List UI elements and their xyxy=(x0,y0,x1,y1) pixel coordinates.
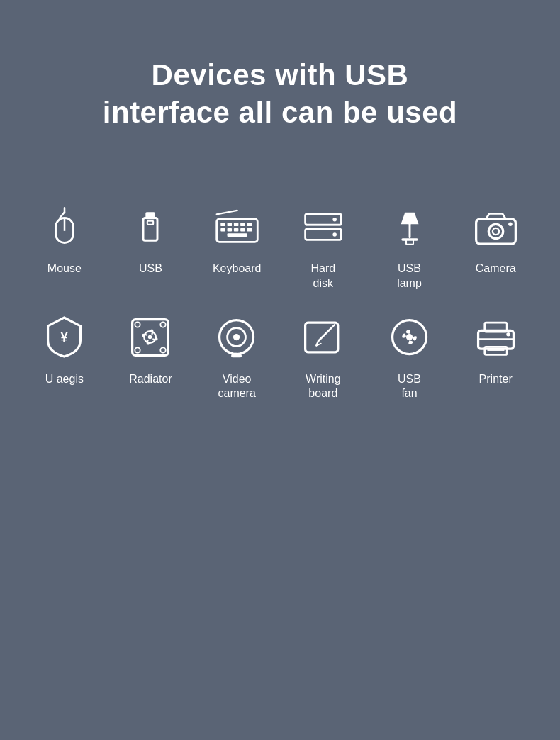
headline-line2: interface all can be used xyxy=(103,96,457,129)
devices-row-1: Mouse USB xyxy=(28,202,532,291)
svg-point-58 xyxy=(506,332,510,337)
svg-point-52 xyxy=(405,334,412,340)
svg-line-49 xyxy=(331,325,335,328)
usb-fan-icon xyxy=(385,313,435,362)
u-aegis-label: U aegis xyxy=(45,372,84,387)
svg-rect-8 xyxy=(220,223,225,226)
page-container: Devices with USB interface all can be us… xyxy=(0,0,560,740)
writing-board-label: Writingboard xyxy=(306,372,341,402)
device-mouse: Mouse xyxy=(28,202,101,291)
camera-label: Camera xyxy=(476,262,516,276)
mouse-icon xyxy=(40,202,89,252)
usb-lamp-label: USBlamp xyxy=(397,262,422,291)
svg-rect-6 xyxy=(147,221,153,225)
camera-icon xyxy=(471,202,520,252)
svg-rect-18 xyxy=(227,233,247,237)
svg-point-23 xyxy=(332,218,337,222)
video-camera-icon xyxy=(212,313,262,362)
hard-disk-icon xyxy=(298,202,348,252)
mouse-label: Mouse xyxy=(47,262,82,276)
svg-point-40 xyxy=(161,347,166,352)
video-camera-label: Videocamera xyxy=(218,372,255,402)
svg-rect-15 xyxy=(234,228,239,231)
device-usb-lamp: USBlamp xyxy=(374,202,446,291)
svg-point-30 xyxy=(488,224,503,238)
svg-rect-14 xyxy=(227,228,232,231)
headline-line1: Devices with USB xyxy=(152,58,409,91)
svg-marker-25 xyxy=(401,212,418,224)
usb-lamp-icon xyxy=(385,202,435,252)
svg-rect-16 xyxy=(240,228,245,231)
printer-label: Printer xyxy=(479,372,513,387)
svg-rect-28 xyxy=(406,240,413,245)
svg-rect-13 xyxy=(220,228,225,231)
usb-fan-label: USBfan xyxy=(398,372,421,402)
svg-point-31 xyxy=(493,228,499,235)
device-usb: USB xyxy=(115,202,187,291)
device-radiator: Radiator xyxy=(115,313,187,402)
keyboard-label: Keyboard xyxy=(213,262,262,276)
device-writing-board: Writingboard xyxy=(287,313,359,402)
usb-label: USB xyxy=(139,262,162,276)
writing-board-icon xyxy=(298,313,348,362)
usb-icon xyxy=(125,202,175,252)
svg-rect-5 xyxy=(146,212,155,219)
svg-point-24 xyxy=(332,232,337,237)
svg-rect-12 xyxy=(247,223,252,226)
device-printer: Printer xyxy=(459,313,532,402)
u-aegis-icon: ¥ xyxy=(40,313,89,362)
devices-row-2: ¥ U aegis xyxy=(28,313,532,402)
svg-line-19 xyxy=(216,210,237,214)
radiator-label: Radiator xyxy=(129,372,172,387)
svg-point-43 xyxy=(233,334,240,340)
devices-grid: Mouse USB xyxy=(28,202,532,401)
hard-disk-label: Harddisk xyxy=(310,262,335,291)
svg-point-39 xyxy=(135,347,140,352)
device-u-aegis: ¥ U aegis xyxy=(28,313,101,402)
keyboard-icon xyxy=(212,202,262,252)
headline: Devices with USB interface all can be us… xyxy=(103,57,457,131)
svg-point-32 xyxy=(508,223,513,227)
svg-rect-10 xyxy=(234,223,239,226)
svg-line-47 xyxy=(318,327,331,340)
svg-rect-9 xyxy=(227,223,232,226)
printer-icon xyxy=(471,313,520,362)
svg-text:¥: ¥ xyxy=(61,330,69,344)
svg-rect-17 xyxy=(247,228,252,231)
svg-point-38 xyxy=(161,322,166,327)
device-keyboard: Keyboard xyxy=(201,202,273,291)
svg-point-36 xyxy=(148,335,152,339)
svg-rect-11 xyxy=(240,223,245,226)
svg-point-37 xyxy=(135,322,140,327)
device-camera: Camera xyxy=(459,202,532,291)
device-video-camera: Videocamera xyxy=(201,313,273,402)
device-hard-disk: Harddisk xyxy=(287,202,359,291)
radiator-icon xyxy=(125,313,175,362)
device-usb-fan: USBfan xyxy=(374,313,446,402)
